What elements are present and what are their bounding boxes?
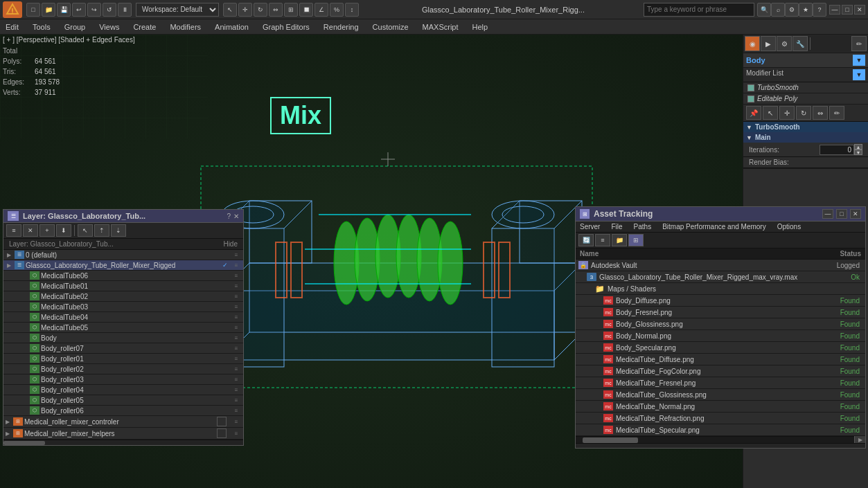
edit-button[interactable]: ✏ <box>829 106 844 120</box>
li-expand-icon[interactable] <box>20 375 28 383</box>
menu-help[interactable]: Help <box>470 21 491 33</box>
list-item[interactable]: ⬡ MedicalTube03 ≡ <box>3 302 243 312</box>
select-mode-button[interactable]: ↖ <box>223 3 237 17</box>
li-menu-icon[interactable]: ≡ <box>229 345 243 352</box>
menu-create[interactable]: Create <box>130 21 159 33</box>
iterations-down[interactable]: ▼ <box>854 150 862 155</box>
li-menu-icon[interactable]: ≡ <box>229 419 243 425</box>
iterations-input[interactable] <box>820 145 854 155</box>
list-item[interactable]: ⬡ Body_roller07 ≡ <box>3 343 243 354</box>
menu-views[interactable]: Views <box>96 21 122 33</box>
layer-merge-button[interactable]: ⬇ <box>56 224 71 237</box>
li-expand-icon[interactable]: ▶ <box>3 429 12 437</box>
list-item[interactable]: ⬡ Body_roller04 ≡ <box>3 385 243 395</box>
asset-menu-options[interactable]: Options <box>777 223 801 231</box>
editablepoly-item[interactable]: Editable Poly <box>743 93 868 105</box>
list-item[interactable]: ⬡ MedicalTube01 ≡ <box>3 281 243 291</box>
move-button[interactable]: ✛ <box>779 106 795 120</box>
asset-maximize-button[interactable]: □ <box>836 209 847 219</box>
rp-display-icon[interactable]: ◉ <box>745 36 760 51</box>
li-menu-icon[interactable]: ≡ <box>229 304 243 310</box>
list-item[interactable]: mc Body_Diffuse.png Found <box>576 295 865 307</box>
filter-button[interactable]: ⚙ <box>785 3 799 17</box>
asset-paths-button[interactable]: 📁 <box>612 234 627 246</box>
li-menu-icon[interactable]: ≡ <box>229 397 243 404</box>
li-menu-icon[interactable]: ≡ <box>229 356 243 362</box>
list-item[interactable]: ⬡ Body_roller03 ≡ <box>3 374 243 385</box>
li-expand-icon[interactable] <box>20 386 28 394</box>
menu-rendering[interactable]: Rendering <box>321 21 362 33</box>
iterations-up[interactable]: ▲ <box>854 144 862 150</box>
redo-button[interactable]: ↪ <box>87 3 101 17</box>
li-expand-icon[interactable] <box>20 365 28 373</box>
rp-hier-icon[interactable]: ⚙ <box>777 36 792 51</box>
percent-snap-button[interactable]: % <box>330 3 344 17</box>
editablepoly-check[interactable] <box>747 96 754 102</box>
menu-group[interactable]: Group <box>62 21 89 33</box>
pin-button[interactable]: 📌 <box>746 106 761 120</box>
list-item[interactable]: mc Body_Normal.png Found <box>576 330 865 342</box>
menu-graph-editors[interactable]: Graph Editors <box>260 21 312 33</box>
list-item[interactable]: ⬡ MedicalTube05 ≡ <box>3 323 243 333</box>
menu-animation[interactable]: Animation <box>212 21 251 33</box>
li-expand-icon[interactable] <box>20 302 28 311</box>
li-expand-icon[interactable] <box>20 271 28 280</box>
li-menu-icon[interactable]: ≡ <box>229 408 243 414</box>
list-item[interactable]: ⬡ Body_roller02 ≡ <box>3 364 243 374</box>
menu-customize[interactable]: Customize <box>370 21 411 33</box>
asset-table-button[interactable]: ⊞ <box>628 234 644 246</box>
layer-expand2-icon[interactable]: ▶ <box>5 261 13 269</box>
layer-layers-button[interactable]: ≡ <box>6 224 21 237</box>
asset-close-button[interactable]: ✕ <box>850 209 861 219</box>
li-menu-icon[interactable]: ≡ <box>229 366 243 372</box>
minimize-button[interactable]: — <box>829 5 840 15</box>
list-item[interactable]: ⬡ Body_roller06 ≡ <box>3 406 243 416</box>
rp-extra-icon[interactable]: ✏ <box>851 36 867 51</box>
rotate-button[interactable]: ↻ <box>796 106 811 120</box>
layer-add-button[interactable]: + <box>39 224 55 237</box>
help-button[interactable]: ? <box>813 3 826 17</box>
layer-scrollbar[interactable] <box>3 440 243 445</box>
layer-expand-icon[interactable]: ▶ <box>5 251 13 259</box>
menu-maxscript[interactable]: MAXScript <box>420 21 461 33</box>
layer-down-button[interactable]: ⇣ <box>111 224 126 237</box>
list-item[interactable]: ⬡ MedicalTube06 ≡ <box>3 271 243 281</box>
search-input[interactable] <box>644 3 754 17</box>
list-item[interactable]: ⬡ Body_roller05 ≡ <box>3 395 243 406</box>
list-item[interactable]: ⬡ Body ≡ <box>3 333 243 343</box>
asset-refresh-button[interactable]: 🔄 <box>578 234 594 246</box>
list-item[interactable]: 3 Glassco_Laboratory_Tube_Roller_Mixer_R… <box>576 271 865 283</box>
li-check[interactable] <box>217 428 227 438</box>
select-button[interactable]: ↖ <box>763 106 778 120</box>
li-menu-icon[interactable]: ≡ <box>229 387 243 393</box>
list-item[interactable]: mc Body_Specular.png Found <box>576 342 865 354</box>
history-button[interactable]: ↺ <box>103 3 116 17</box>
asset-minimize-button[interactable]: — <box>822 209 833 219</box>
list-item[interactable]: ▶ ⊞ Medical_roller_mixer_helpers ≡ <box>3 428 243 440</box>
layer-item-selected[interactable]: ▶ ☰ Glassco_Laboratory_Tube_Roller_Mixer… <box>3 260 243 271</box>
list-item[interactable]: mc MedicalTube_Specular.png Found <box>576 424 865 436</box>
layer-item-default[interactable]: ▶ ☰ 0 (default) ≡ <box>3 250 243 260</box>
scale-mode-button[interactable]: ⇔ <box>269 3 283 17</box>
asset-scrollbar-h[interactable]: ▶ <box>576 436 865 443</box>
list-item[interactable]: mc MedicalTube_Normal.png Found <box>576 401 865 413</box>
move-mode-button[interactable]: ✛ <box>238 3 252 17</box>
menu-modifiers[interactable]: Modifiers <box>167 21 204 33</box>
list-item[interactable]: mc Body_Fresnel.png Found <box>576 307 865 318</box>
li-menu-icon[interactable]: ≡ <box>229 283 243 289</box>
menu-tools[interactable]: Tools <box>30 21 53 33</box>
new-button[interactable]: □ <box>26 3 40 17</box>
asset-menu-server[interactable]: Server <box>580 223 600 231</box>
turbosmooth-check[interactable] <box>747 84 754 91</box>
list-item[interactable]: mc Body_Glossiness.png Found <box>576 318 865 330</box>
li-expand-icon[interactable] <box>20 396 28 404</box>
modifier-list-dropdown[interactable]: ▼ <box>853 69 865 80</box>
save-button[interactable]: 💾 <box>57 3 71 17</box>
list-item[interactable]: 📁 Maps / Shaders <box>576 283 865 295</box>
turbosmooth-section-header[interactable]: ▼ TurboSmooth <box>743 122 868 132</box>
asset-menu-bitmap[interactable]: Bitmap Performance and Memory <box>662 223 766 231</box>
layer-select-button[interactable]: ↖ <box>78 224 93 237</box>
li-expand-icon[interactable] <box>20 344 28 352</box>
layer-menu2-icon[interactable]: ≡ <box>229 262 243 269</box>
undo-button[interactable]: ↩ <box>72 3 86 17</box>
